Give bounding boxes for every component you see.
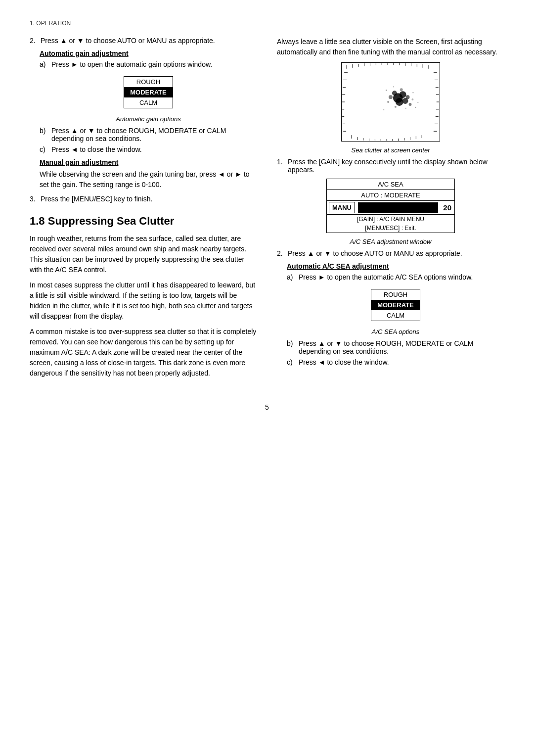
auto-ac-sea-item-b: b) Press ▲ or ▼ to choose ROUGH, MODERAT…	[287, 339, 504, 355]
auto-ac-sea-caption: A/C SEA options	[287, 328, 504, 335]
ac-footer-2: [MENU/ESC] : Exit.	[327, 224, 454, 233]
left-column: 2. Press ▲ or ▼ to choose AUTO or MANU a…	[30, 37, 257, 383]
auto-ac-sea-section: Automatic A/C SEA adjustment a) Press ► …	[287, 262, 504, 366]
option-calm-left: CALM	[124, 97, 173, 108]
svg-point-55	[387, 101, 389, 103]
svg-point-48	[392, 91, 397, 95]
ac-sea-window-container: A/C SEA AUTO : MODERATE MANU 20 [GAIN] :…	[277, 179, 504, 245]
auto-gain-item-c: c) Press ◄ to close the window.	[40, 145, 257, 153]
para3: A common mistake is too over-suppress se…	[30, 327, 257, 378]
svg-point-53	[400, 88, 403, 91]
option-moderate-right-selected: MODERATE	[371, 300, 420, 310]
ac-manu-value: 20	[440, 202, 454, 213]
item-3: 3. Press the [MENU/ESC] key to finish.	[30, 195, 257, 203]
ac-sea-window: A/C SEA AUTO : MODERATE MANU 20 [GAIN] :…	[326, 179, 455, 233]
svg-rect-61	[415, 107, 416, 108]
section-heading: 1.8 Suppressing Sea Clutter	[30, 215, 257, 228]
svg-point-52	[406, 95, 410, 99]
page-number: 5	[30, 403, 504, 411]
svg-rect-60	[393, 86, 394, 87]
auto-gain-section: Automatic gain adjustment a) Press ► to …	[40, 49, 257, 153]
svg-point-57	[411, 98, 413, 100]
svg-rect-64	[417, 102, 418, 103]
sea-clutter-image-container: Sea clutter at screen center	[277, 62, 504, 154]
ac-auto-row: AUTO : MODERATE	[327, 190, 454, 201]
auto-ac-sea-title: Automatic A/C SEA adjustment	[287, 262, 504, 270]
auto-gain-options-box: ROUGH MODERATE CALM	[124, 76, 173, 108]
right-item-2: 2. Press ▲ or ▼ to choose AUTO or MANU a…	[277, 249, 504, 257]
sea-clutter-image	[341, 62, 440, 142]
ac-footer-1: [GAIN] : A/C RAIN MENU	[327, 215, 454, 224]
manual-gain-body: While observing the screen and the gain …	[40, 169, 257, 190]
svg-rect-62	[383, 109, 384, 110]
manual-gain-section: Manual gain adjustment While observing t…	[40, 158, 257, 190]
svg-point-47	[400, 91, 406, 98]
ac-manu-bar	[358, 202, 438, 213]
right-intro: Always leave a little sea clutter visibl…	[277, 37, 504, 57]
svg-rect-63	[405, 108, 406, 109]
right-column: Always leave a little sea clutter visibl…	[277, 37, 504, 383]
option-calm-right: CALM	[371, 310, 420, 321]
svg-rect-58	[386, 90, 387, 91]
option-rough-left: ROUGH	[124, 77, 173, 87]
svg-point-50	[396, 98, 403, 106]
auto-ac-sea-item-c: c) Press ◄ to close the window.	[287, 358, 504, 366]
svg-point-54	[409, 103, 412, 106]
ac-manu-row: MANU 20	[327, 201, 454, 215]
auto-ac-sea-options-box: ROUGH MODERATE CALM	[371, 289, 420, 321]
auto-ac-sea-options-container: ROUGH MODERATE CALM A/C SEA options	[287, 284, 504, 335]
svg-rect-59	[412, 92, 413, 93]
svg-point-51	[389, 95, 393, 99]
page-header: 1. OPERATION	[30, 20, 504, 27]
auto-gain-options-container: ROUGH MODERATE CALM Automatic gain optio…	[40, 71, 257, 123]
item-2: 2. Press ▲ or ▼ to choose AUTO or MANU a…	[30, 37, 257, 45]
auto-gain-item-b: b) Press ▲ or ▼ to choose ROUGH, MODERAT…	[40, 127, 257, 142]
option-rough-right: ROUGH	[371, 289, 420, 300]
auto-ac-sea-item-a: a) Press ► to open the automatic A/C SEA…	[287, 273, 504, 281]
para2: In most cases suppress the clutter until…	[30, 280, 257, 322]
auto-gain-item-a: a) Press ► to open the automatic gain op…	[40, 60, 257, 68]
right-item-1: 1. Press the [GAIN] key consecutively un…	[277, 158, 504, 174]
ac-sea-window-caption: A/C SEA adjustment window	[277, 238, 504, 245]
ac-manu-label: MANU	[329, 202, 355, 213]
auto-gain-caption: Automatic gain options	[40, 115, 257, 123]
sea-clutter-caption: Sea clutter at screen center	[277, 146, 504, 154]
manual-gain-title: Manual gain adjustment	[40, 158, 257, 166]
option-moderate-left-selected: MODERATE	[124, 87, 173, 97]
auto-gain-title: Automatic gain adjustment	[40, 49, 257, 57]
para1: In rough weather, returns from the sea s…	[30, 234, 257, 275]
svg-point-56	[395, 106, 397, 108]
ac-sea-title: A/C SEA	[327, 179, 454, 190]
